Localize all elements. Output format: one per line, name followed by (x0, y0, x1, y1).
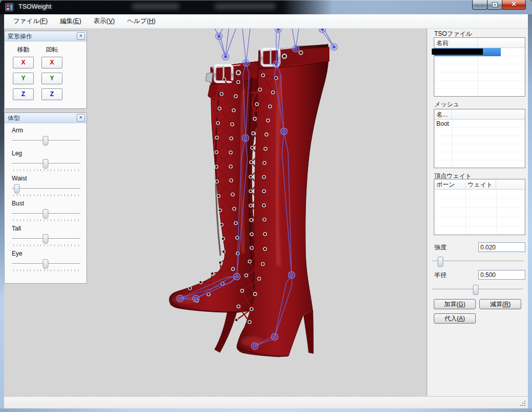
assign-button[interactable]: 代入(A) (434, 313, 476, 324)
empty-row (434, 73, 525, 81)
slider-tall-thumb[interactable] (42, 234, 48, 244)
vertex-weight-list[interactable]: ボーン ウェイト (434, 179, 525, 235)
slider-arm-label: Arm (12, 127, 80, 134)
slider-tall-track[interactable] (12, 234, 80, 244)
panel-close-button[interactable]: ✕ (77, 32, 85, 40)
empty-row (434, 136, 525, 144)
rotate-y-button[interactable]: Y (41, 73, 62, 84)
panel-transform: 変形操作 ✕ 移動 回転 X X Y Y Z Z (4, 31, 87, 109)
move-x-button[interactable]: X (13, 57, 34, 68)
rotate-z-button[interactable]: Z (41, 88, 62, 100)
vertex-weight-header[interactable]: ボーン ウェイト (434, 179, 525, 190)
menu-file[interactable]: ファイル(F) (7, 14, 54, 28)
mesh-list-header[interactable]: 名... (434, 109, 525, 120)
panel-body-shape: 体型 ✕ Arm Leg Waist Bust (4, 112, 87, 284)
menu-edit[interactable]: 編集(E) (54, 14, 87, 28)
menu-view[interactable]: 表示(V) (87, 14, 121, 28)
tso-file-list-header[interactable]: 名前 (434, 38, 525, 48)
empty-row (434, 208, 525, 217)
maximize-icon (493, 3, 497, 7)
slider-tall-label: Tall (12, 225, 80, 232)
empty-row (434, 56, 525, 64)
app-window: TSOWeight ✕ ファイル(F) 編集(E) 表示(V) ヘルプ(H) (0, 0, 532, 412)
slider-ticks (13, 244, 79, 246)
mesh-label: メッシュ (434, 100, 459, 109)
window-border-right (528, 14, 532, 412)
tso-file-list[interactable]: 名前 (434, 37, 525, 97)
window-border-left (0, 14, 4, 412)
title-bar[interactable]: TSOWeight ✕ (0, 0, 532, 14)
panel-transform-titlebar[interactable]: 変形操作 ✕ (5, 31, 86, 41)
empty-row (434, 217, 525, 226)
right-panel: TSOファイル 名前 メッシュ 名... (427, 29, 528, 396)
radius-slider-thumb[interactable] (473, 285, 479, 295)
slider-eye-label: Eye (12, 250, 80, 257)
slider-arm: Arm (12, 127, 80, 146)
panel-body-title: 体型 (8, 115, 20, 122)
minimize-button[interactable] (472, 0, 487, 10)
column-header-name[interactable]: 名... (434, 109, 452, 119)
strength-input[interactable] (478, 242, 525, 252)
column-header-empty (452, 109, 525, 119)
column-header-empty (478, 38, 525, 48)
slider-waist-label: Waist (12, 175, 80, 182)
slider-ticks (13, 194, 79, 196)
add-button[interactable]: 加算(G) (434, 299, 476, 309)
mesh-row[interactable]: Boot (434, 120, 525, 128)
slider-waist-thumb[interactable] (14, 184, 19, 194)
slider-bust-label: Bust (12, 200, 80, 207)
empty-row (434, 144, 525, 152)
slider-leg-track[interactable] (12, 158, 80, 169)
window-border-bottom (0, 408, 532, 412)
column-header-empty (496, 179, 525, 189)
move-z-button[interactable]: Z (13, 88, 34, 100)
close-button[interactable]: ✕ (502, 0, 526, 10)
slider-arm-thumb[interactable] (42, 136, 48, 146)
empty-row (434, 226, 525, 236)
strength-slider[interactable] (432, 256, 523, 267)
maximize-button[interactable] (487, 0, 502, 10)
rotate-column-label: 回転 (41, 45, 62, 54)
slider-bust-track[interactable] (12, 209, 80, 219)
slider-arm-track[interactable] (12, 135, 80, 146)
column-header-name[interactable]: 名前 (434, 38, 478, 48)
empty-row (434, 190, 525, 199)
empty-row (434, 64, 525, 73)
strength-slider-thumb[interactable] (437, 257, 443, 267)
slider-waist-track[interactable] (12, 184, 80, 194)
resize-grip[interactable] (524, 405, 525, 406)
slider-leg-thumb[interactable] (42, 159, 48, 169)
radius-input[interactable] (478, 270, 525, 280)
radius-slider[interactable] (432, 284, 523, 295)
rotate-x-button[interactable]: X (41, 57, 62, 68)
main-area: 変形操作 ✕ 移動 回転 X X Y Y Z Z 体型 ✕ Ar (4, 29, 528, 396)
move-y-button[interactable]: Y (13, 73, 34, 84)
app-icon[interactable] (5, 3, 13, 11)
titlebar-highlight (0, 0, 532, 1)
menu-bar: ファイル(F) 編集(E) 表示(V) ヘルプ(H) (4, 14, 528, 29)
slider-leg-label: Leg (12, 150, 80, 157)
slider-bust-thumb[interactable] (42, 209, 48, 219)
slider-bust: Bust (12, 200, 80, 221)
titlebar-ghost-reflection (132, 4, 179, 9)
column-header-weight[interactable]: ウェイト (465, 179, 496, 189)
slider-eye-thumb[interactable] (42, 259, 48, 269)
panel-body-titlebar[interactable]: 体型 ✕ (5, 113, 86, 123)
caption-buttons: ✕ (473, 0, 526, 10)
close-icon: ✕ (502, 1, 525, 8)
empty-row (434, 81, 525, 89)
subtract-button[interactable]: 減算(R) (479, 299, 521, 309)
censor-bar (432, 49, 483, 55)
empty-row (434, 128, 525, 136)
tso-file-row-selected[interactable] (434, 48, 525, 56)
mesh-list[interactable]: 名... Boot (434, 109, 525, 168)
empty-row (434, 152, 525, 161)
strength-label: 強度 (434, 243, 447, 252)
panel-transform-title: 変形操作 (8, 33, 32, 40)
slider-eye-track[interactable] (12, 259, 80, 269)
panel-close-button[interactable]: ✕ (77, 114, 85, 122)
menu-help[interactable]: ヘルプ(H) (121, 14, 162, 28)
empty-row (434, 89, 525, 97)
radius-label: 半径 (434, 271, 447, 280)
column-header-bone[interactable]: ボーン (434, 179, 465, 189)
